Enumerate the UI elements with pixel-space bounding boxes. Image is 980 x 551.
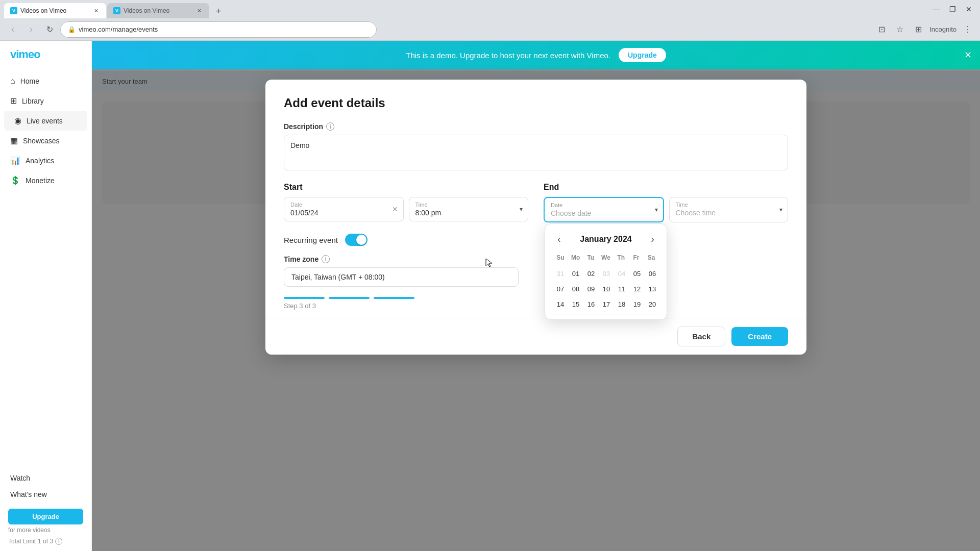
cal-day[interactable]: 18: [615, 297, 629, 311]
recurring-label: Recurring event: [284, 236, 338, 244]
tab-close-2[interactable]: ✕: [195, 7, 203, 15]
nav-back[interactable]: ‹: [5, 22, 20, 37]
start-time-sublabel: Time: [415, 202, 510, 208]
tab-title-2: Videos on Vimeo: [124, 7, 192, 14]
start-date-value: 01/05/24: [290, 209, 385, 217]
cal-day[interactable]: 10: [599, 282, 614, 296]
nav-reload[interactable]: ↻: [42, 22, 57, 37]
cal-day[interactable]: 17: [599, 297, 614, 311]
home-icon: ⌂: [10, 77, 15, 86]
sidebar-label-showcases: Showcases: [23, 137, 60, 145]
cal-day[interactable]: 02: [584, 266, 598, 281]
cal-day[interactable]: 20: [645, 297, 659, 311]
sidebar-item-whats-new[interactable]: What's new: [0, 486, 91, 503]
sidebar-label-home: Home: [20, 77, 39, 85]
sidebar-item-library[interactable]: ⊞ Library: [0, 91, 91, 111]
cal-day[interactable]: 07: [553, 282, 568, 296]
sidebar-label-library: Library: [22, 97, 44, 105]
tab-favicon-1: V: [10, 7, 17, 14]
end-time-placeholder: Choose time: [676, 209, 770, 217]
cal-day[interactable]: 19: [630, 297, 644, 311]
live-events-icon: ◉: [14, 116, 21, 126]
start-group: Start Date 01/05/24 ✕ Time: [284, 183, 528, 221]
window-maximize[interactable]: ❐: [945, 2, 960, 16]
sidebar-item-watch[interactable]: Watch: [0, 470, 91, 486]
end-date-arrow[interactable]: ▾: [655, 206, 658, 213]
sidebar-upgrade-button[interactable]: Upgrade: [8, 509, 83, 524]
timezone-label: Time zone: [284, 255, 318, 263]
total-limit-label: Total Limit: [8, 538, 36, 545]
cal-day[interactable]: 11: [615, 282, 629, 296]
cal-day[interactable]: 04: [615, 266, 629, 281]
end-date-field[interactable]: Date Choose date ▾ ‹: [544, 197, 664, 222]
description-textarea[interactable]: Demo: [284, 135, 788, 170]
calendar-prev[interactable]: ‹: [553, 232, 565, 246]
sidebar-item-analytics[interactable]: 📊 Analytics: [0, 151, 91, 170]
url-bar[interactable]: 🔒 vimeo.com/manage/events: [60, 21, 377, 38]
cal-header-tu: Tu: [583, 252, 598, 263]
cal-day[interactable]: 16: [584, 297, 598, 311]
bookmark-icon[interactable]: ☆: [893, 22, 907, 37]
start-label: Start: [284, 183, 528, 192]
sidebar-item-home[interactable]: ⌂ Home: [0, 71, 91, 91]
cal-day[interactable]: 14: [553, 297, 568, 311]
calendar-dropdown: ‹ January 2024 ›: [545, 223, 667, 320]
cal-header-su: Su: [553, 252, 568, 263]
start-time-arrow[interactable]: ▾: [520, 206, 523, 213]
window-minimize[interactable]: —: [929, 2, 943, 16]
timezone-field[interactable]: Taipei, Taiwan (GMT + 08:00): [284, 267, 519, 287]
info-circle-icon: i: [55, 538, 62, 545]
tab-1[interactable]: V Videos on Vimeo ✕: [4, 3, 106, 18]
profile-icon[interactable]: ⊞: [911, 22, 925, 37]
modal-title: Add event details: [284, 96, 788, 110]
library-icon: ⊞: [10, 96, 17, 106]
sidebar-item-live-events[interactable]: ◉ Live events: [4, 111, 87, 131]
demo-banner-text: This is a demo. Upgrade to host your nex…: [406, 51, 610, 60]
start-date-field[interactable]: Date 01/05/24 ✕: [284, 197, 404, 221]
cal-day[interactable]: 15: [569, 297, 583, 311]
recurring-row: Recurring event: [284, 234, 788, 246]
start-time-field[interactable]: Time 8:00 pm ▾: [409, 197, 529, 221]
vimeo-logo: vimeo: [10, 48, 81, 61]
cal-day[interactable]: 05: [630, 266, 644, 281]
cal-day[interactable]: 08: [569, 282, 583, 296]
sidebar-item-monetize[interactable]: 💲 Monetize: [0, 170, 91, 190]
window-close[interactable]: ✕: [962, 2, 976, 16]
cal-header-sa: Sa: [644, 252, 658, 263]
start-date-clear[interactable]: ✕: [392, 205, 398, 213]
cal-day[interactable]: 03: [599, 266, 614, 281]
start-date-sublabel: Date: [290, 202, 385, 208]
sidebar-item-showcases[interactable]: ▦ Showcases: [0, 131, 91, 151]
new-tab-button[interactable]: +: [211, 4, 226, 18]
timezone-row: Time zone i Taipei, Taiwan (GMT + 08:00): [284, 255, 788, 287]
end-group: End Date Choose date ▾: [544, 183, 788, 222]
tab-close-1[interactable]: ✕: [92, 7, 100, 15]
cal-day[interactable]: 06: [645, 266, 659, 281]
end-time-arrow[interactable]: ▾: [779, 206, 782, 213]
description-info-icon[interactable]: i: [326, 122, 334, 131]
create-button[interactable]: Create: [731, 327, 788, 346]
cal-day[interactable]: 31: [553, 266, 568, 281]
end-date-placeholder: Choose date: [551, 209, 645, 217]
cast-icon[interactable]: ⊡: [874, 22, 889, 37]
cal-header-th: Th: [614, 252, 628, 263]
end-time-field[interactable]: Time Choose time ▾: [669, 197, 789, 222]
sidebar-label-live-events: Live events: [27, 117, 63, 125]
step-label: Step 3 of 3: [284, 302, 788, 310]
tab-2[interactable]: V Videos on Vimeo ✕: [107, 3, 209, 18]
back-button[interactable]: Back: [677, 327, 725, 346]
menu-icon[interactable]: ⋮: [961, 22, 975, 37]
sidebar-upgrade-sub: for more videos: [8, 527, 83, 534]
nav-forward[interactable]: ›: [23, 22, 39, 37]
end-date-sublabel: Date: [551, 202, 645, 208]
cal-day[interactable]: 12: [630, 282, 644, 296]
recurring-toggle[interactable]: [345, 234, 368, 246]
cal-day[interactable]: 09: [584, 282, 598, 296]
calendar-next[interactable]: ›: [647, 232, 658, 246]
cal-day[interactable]: 01: [569, 266, 583, 281]
cal-day[interactable]: 13: [645, 282, 659, 296]
timezone-info-icon[interactable]: i: [322, 255, 330, 263]
demo-upgrade-button[interactable]: Upgrade: [619, 48, 666, 62]
demo-close-button[interactable]: ✕: [964, 49, 972, 61]
sidebar-label-analytics: Analytics: [26, 157, 54, 165]
